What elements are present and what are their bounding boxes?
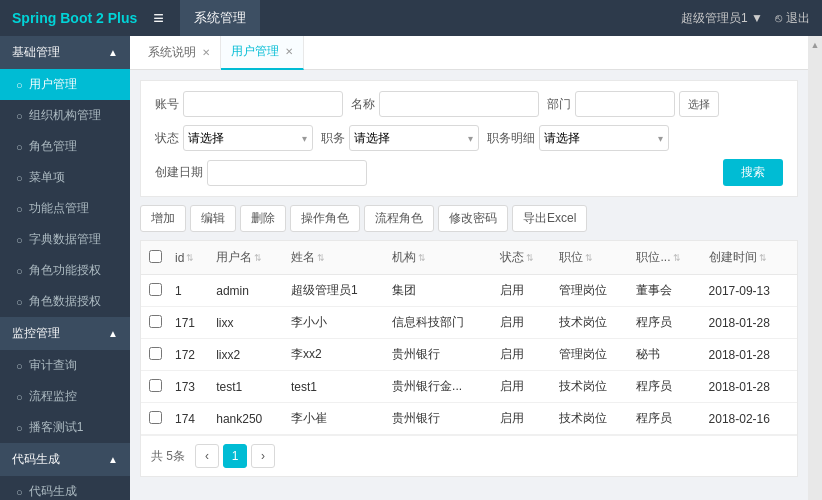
sidebar-item-role-management[interactable]: ○ 角色管理 <box>0 131 130 162</box>
sidebar-group-basic-header[interactable]: 基础管理 ▲ <box>0 36 130 69</box>
sidebar-item-flow-monitor[interactable]: ○ 流程监控 <box>0 381 130 412</box>
edit-button[interactable]: 编辑 <box>190 205 236 232</box>
org-icon: ○ <box>16 110 23 122</box>
cell-username: test1 <box>210 371 285 403</box>
cell-status: 启用 <box>494 403 553 435</box>
position-select[interactable]: 请选择 <box>349 125 479 151</box>
tab-close-icon[interactable]: ✕ <box>202 47 210 58</box>
position-label: 职务 <box>321 130 345 147</box>
flow-icon: ○ <box>16 391 23 403</box>
create-date-input[interactable] <box>207 160 367 186</box>
cell-position: 技术岗位 <box>553 403 630 435</box>
flow-role-button[interactable]: 流程角色 <box>364 205 434 232</box>
menu-icon: ○ <box>16 172 23 184</box>
scroll-indicator: ▲ <box>811 40 820 50</box>
logout-button[interactable]: ⎋ 退出 <box>775 10 810 27</box>
cell-position-detail: 董事会 <box>630 275 702 307</box>
th-sort-status[interactable]: 状态 ⇅ <box>500 249 534 266</box>
th-sort-position[interactable]: 职位 ⇅ <box>559 249 593 266</box>
sort-icon-position: ⇅ <box>585 253 593 263</box>
row-checkbox[interactable] <box>149 347 162 360</box>
export-excel-button[interactable]: 导出Excel <box>512 205 587 232</box>
cell-org: 信息科技部门 <box>386 307 494 339</box>
change-password-button[interactable]: 修改密码 <box>438 205 508 232</box>
position-detail-select[interactable]: 请选择 <box>539 125 669 151</box>
th-status: 状态 ⇅ <box>494 241 553 275</box>
dept-select-button[interactable]: 选择 <box>679 91 719 117</box>
sidebar-group-codegen: 代码生成 ▲ ○ 代码生成 ○ 子系统生成 <box>0 443 130 500</box>
code-icon: ○ <box>16 486 23 498</box>
th-sort-org[interactable]: 机构 ⇅ <box>392 249 426 266</box>
auth-icon: ○ <box>16 265 23 277</box>
sidebar-item-role-function-auth[interactable]: ○ 角色功能授权 <box>0 255 130 286</box>
dict-icon: ○ <box>16 234 23 246</box>
select-all-checkbox[interactable] <box>149 250 162 263</box>
account-input[interactable] <box>183 91 343 117</box>
cell-name: 李小崔 <box>285 403 386 435</box>
menu-toggle-icon[interactable]: ≡ <box>153 8 164 29</box>
sidebar-group-codegen-header[interactable]: 代码生成 ▲ <box>0 443 130 476</box>
cell-username: lixx2 <box>210 339 285 371</box>
pagination-prev-button[interactable]: ‹ <box>195 444 219 468</box>
sidebar-item-user-management[interactable]: ○ 用户管理 <box>0 69 130 100</box>
dept-label: 部门 <box>547 96 571 113</box>
sidebar-item-label: 代码生成 <box>29 483 77 500</box>
th-sort-name[interactable]: 姓名 ⇅ <box>291 249 325 266</box>
user-dropdown[interactable]: 超级管理员1 ▼ <box>681 10 763 27</box>
sidebar-group-monitor-header[interactable]: 监控管理 ▲ <box>0 317 130 350</box>
dept-input[interactable] <box>575 91 675 117</box>
th-sort-position-detail[interactable]: 职位... ⇅ <box>636 249 680 266</box>
search-button[interactable]: 搜索 <box>723 159 783 186</box>
cell-org: 贵州银行金... <box>386 371 494 403</box>
row-checkbox[interactable] <box>149 411 162 424</box>
sidebar-item-function-management[interactable]: ○ 功能点管理 <box>0 193 130 224</box>
tab-close-icon[interactable]: ✕ <box>285 46 293 57</box>
sidebar-item-code-gen[interactable]: ○ 代码生成 <box>0 476 130 500</box>
cell-name: 李小小 <box>285 307 386 339</box>
status-group: 状态 请选择 启用 禁用 <box>155 125 313 151</box>
pagination: 共 5条 ‹ 1 › <box>141 435 797 476</box>
name-input[interactable] <box>379 91 539 117</box>
sidebar-item-role-data-auth[interactable]: ○ 角色数据授权 <box>0 286 130 317</box>
row-checkbox[interactable] <box>149 283 162 296</box>
form-row-2: 状态 请选择 启用 禁用 职务 请选 <box>155 125 783 151</box>
th-create-time: 创建时间 ⇅ <box>703 241 797 275</box>
pagination-next-button[interactable]: › <box>251 444 275 468</box>
cell-status: 启用 <box>494 275 553 307</box>
row-checkbox[interactable] <box>149 379 162 392</box>
th-sort-id[interactable]: id ⇅ <box>175 251 194 265</box>
cell-org: 贵州银行 <box>386 339 494 371</box>
right-sidebar: ▲ <box>808 36 822 500</box>
header: Spring Boot 2 Plus ≡ 系统管理 超级管理员1 ▼ ⎋ 退出 <box>0 0 822 36</box>
operate-role-button[interactable]: 操作角色 <box>290 205 360 232</box>
add-button[interactable]: 增加 <box>140 205 186 232</box>
sidebar-item-dict-management[interactable]: ○ 字典数据管理 <box>0 224 130 255</box>
delete-button[interactable]: 删除 <box>240 205 286 232</box>
sidebar-item-label: 用户管理 <box>29 76 77 93</box>
sidebar-item-menu[interactable]: ○ 菜单项 <box>0 162 130 193</box>
sidebar-group-codegen-label: 代码生成 <box>12 451 60 468</box>
sidebar-item-org-management[interactable]: ○ 组织机构管理 <box>0 100 130 131</box>
th-name: 姓名 ⇅ <box>285 241 386 275</box>
form-row-1: 账号 名称 部门 选择 <box>155 91 783 117</box>
sidebar-item-podcast-test[interactable]: ○ 播客测试1 <box>0 412 130 443</box>
pagination-page-1-button[interactable]: 1 <box>223 444 247 468</box>
status-select[interactable]: 请选择 启用 禁用 <box>183 125 313 151</box>
sort-icon-position-detail: ⇅ <box>673 253 681 263</box>
action-bar: 增加 编辑 删除 操作角色 流程角色 修改密码 导出Excel <box>140 205 798 232</box>
table-row: 171 lixx 李小小 信息科技部门 启用 技术岗位 程序员 2018-01-… <box>141 307 797 339</box>
row-checkbox-cell <box>141 339 169 371</box>
cell-create-time: 2018-02-16 <box>703 403 797 435</box>
cell-position: 技术岗位 <box>553 307 630 339</box>
sidebar-item-audit-query[interactable]: ○ 审计查询 <box>0 350 130 381</box>
tab-system-intro[interactable]: 系统说明 ✕ <box>138 36 221 70</box>
tab-user-management[interactable]: 用户管理 ✕ <box>221 36 304 70</box>
th-sort-create-time[interactable]: 创建时间 ⇅ <box>709 249 767 266</box>
th-sort-username[interactable]: 用户名 ⇅ <box>216 249 262 266</box>
row-checkbox-cell <box>141 403 169 435</box>
cell-org: 集团 <box>386 275 494 307</box>
app-logo: Spring Boot 2 Plus <box>12 10 137 26</box>
sidebar-item-label: 菜单项 <box>29 169 65 186</box>
row-checkbox[interactable] <box>149 315 162 328</box>
main-content: 系统说明 ✕ 用户管理 ✕ 账号 名称 <box>130 36 808 500</box>
